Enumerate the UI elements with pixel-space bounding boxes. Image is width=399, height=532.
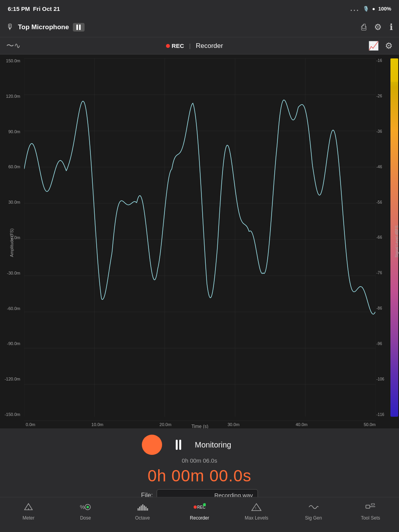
right-axis: -16 -26 -36 -46 -56 -66 -76 -86 -96 -106…	[376, 55, 399, 428]
db-label-n36: -36	[376, 129, 384, 134]
recorder-label: Recorder	[196, 42, 223, 50]
tool-sets-icon	[365, 503, 376, 514]
waveform-icon[interactable]: 〜∿	[6, 41, 21, 51]
nav-meter-label: Meter	[23, 515, 35, 521]
x-axis-title: Time (s)	[191, 424, 208, 428]
wifi-icon: ●	[372, 6, 375, 12]
db-label-n76: -76	[376, 271, 384, 275]
x-label-50: 50.0m	[364, 422, 376, 427]
octave-icon	[137, 503, 148, 514]
nav-octave[interactable]: Octave	[127, 503, 158, 521]
x-label-20: 20.0m	[159, 422, 171, 427]
y-label-n120: -120.0m	[5, 377, 23, 381]
db-label-n16: -16	[376, 58, 384, 63]
top-bar-left: 🎙 Top Microphone	[6, 23, 85, 32]
db-label-n56: -56	[376, 200, 384, 204]
signal-level-title: Signal Level dBFS	[395, 225, 399, 257]
y-label-150: 150.0m	[5, 58, 23, 63]
pause-control-button[interactable]	[171, 438, 185, 452]
svg-point-12	[194, 506, 197, 509]
nav-tool-sets-label: Tool Sets	[361, 515, 380, 521]
bottom-nav: Meter % Dose Octave	[0, 497, 399, 532]
svg-rect-5	[138, 508, 139, 511]
y-label-n150: -150.0m	[5, 412, 23, 417]
settings-button[interactable]: ⚙	[374, 22, 382, 32]
svg-rect-10	[145, 507, 147, 511]
pause-button[interactable]	[73, 23, 85, 32]
microphone-status-icon: 🎙️	[363, 6, 369, 12]
svg-rect-11	[147, 508, 148, 511]
svg-rect-17	[366, 505, 370, 508]
recorder-nav-icon: REC	[193, 503, 206, 514]
y-label-90: 90.0m	[5, 129, 23, 134]
y-label-n60: -60.0m	[5, 306, 23, 311]
svg-rect-6	[139, 507, 140, 511]
top-bar: 🎙 Top Microphone ⎙ ⚙ ℹ	[0, 17, 399, 37]
svg-text:!: !	[255, 506, 256, 510]
bottom-section: Monitoring 0h 00m 06.0s 0h 00m 00.0s Fil…	[0, 428, 399, 504]
x-label-30: 30.0m	[228, 422, 240, 427]
svg-rect-8	[142, 504, 143, 511]
waveform-chart: 0.0m 10.0m 20.0m 30.0m 40.0m 50.0m Time …	[24, 55, 376, 428]
nav-octave-label: Octave	[135, 515, 150, 521]
record-button[interactable]	[142, 435, 162, 455]
db-label-n116: -116	[376, 412, 384, 417]
toolbar-right: 📈 ⚙	[368, 41, 393, 51]
nav-max-levels[interactable]: ! Max Levels	[241, 503, 272, 521]
dose-icon: %	[80, 503, 91, 514]
db-label-n86: -86	[376, 306, 384, 310]
time-large-display: 0h 00m 00.0s	[148, 467, 252, 485]
status-time: 6:15 PM	[8, 5, 30, 12]
rec-indicator: REC | Recorder	[166, 42, 223, 50]
microphone-icon: 🎙	[6, 23, 14, 32]
svg-rect-7	[141, 506, 142, 511]
x-label-0: 0.0m	[26, 422, 35, 427]
nav-dose-label: Dose	[80, 515, 91, 521]
svg-text:%: %	[80, 504, 85, 510]
nav-meter[interactable]: Meter	[13, 503, 44, 521]
sig-gen-icon	[308, 503, 319, 514]
nav-sig-gen-label: Sig Gen	[305, 515, 322, 521]
monitoring-label: Monitoring	[195, 440, 257, 449]
db-label-n106: -106	[376, 377, 384, 381]
nav-tool-sets[interactable]: Tool Sets	[355, 503, 386, 521]
chart-icon[interactable]: 📈	[368, 41, 379, 51]
rec-dot	[166, 44, 170, 48]
chart-settings-icon[interactable]: ⚙	[385, 41, 393, 51]
top-bar-right: ⎙ ⚙ ℹ	[361, 22, 393, 32]
nav-recorder-label: Recorder	[190, 515, 209, 521]
share-button[interactable]: ⎙	[361, 22, 366, 32]
y-label-n90: -90.0m	[5, 341, 23, 346]
status-left: 6:15 PM Fri Oct 21	[8, 5, 60, 12]
nav-max-levels-label: Max Levels	[245, 515, 268, 521]
nav-recorder[interactable]: REC Recorder	[184, 503, 215, 521]
controls-row: Monitoring	[142, 435, 257, 455]
nav-sig-gen[interactable]: Sig Gen	[298, 503, 329, 521]
info-button[interactable]: ℹ	[390, 22, 393, 32]
svg-rect-9	[144, 506, 145, 511]
db-label-n66: -66	[376, 235, 384, 240]
svg-rect-19	[371, 504, 374, 505]
microphone-label: Top Microphone	[18, 23, 69, 31]
chart-container: Amplitude (FS) 150.0m 120.0m 90.0m 60.0m…	[0, 55, 399, 428]
status-date: Fri Oct 21	[33, 5, 60, 12]
max-levels-icon: !	[251, 503, 262, 514]
nav-dose[interactable]: % Dose	[70, 503, 101, 521]
y-label-60: 60.0m	[5, 164, 23, 169]
y-label-0: 0.0m	[5, 235, 23, 240]
time-small-display: 0h 00m 06.0s	[182, 457, 217, 464]
x-label-10: 10.0m	[92, 422, 104, 427]
x-label-40: 40.0m	[296, 422, 308, 427]
y-label-n30: -30.0m	[5, 271, 23, 275]
db-label-n26: -26	[376, 94, 384, 98]
rec-label: REC	[172, 42, 184, 49]
svg-point-4	[87, 506, 89, 508]
status-bar: 6:15 PM Fri Oct 21 ... 🎙️ ● 100%	[0, 0, 399, 17]
svg-marker-15	[252, 504, 261, 511]
toolbar: 〜∿ REC | Recorder 📈 ⚙	[0, 37, 399, 55]
toolbar-left: 〜∿	[6, 41, 21, 51]
meter-icon	[24, 503, 33, 514]
battery-text: 100%	[378, 6, 391, 12]
status-right: ... 🎙️ ● 100%	[350, 5, 391, 13]
db-label-n96: -96	[376, 342, 384, 346]
